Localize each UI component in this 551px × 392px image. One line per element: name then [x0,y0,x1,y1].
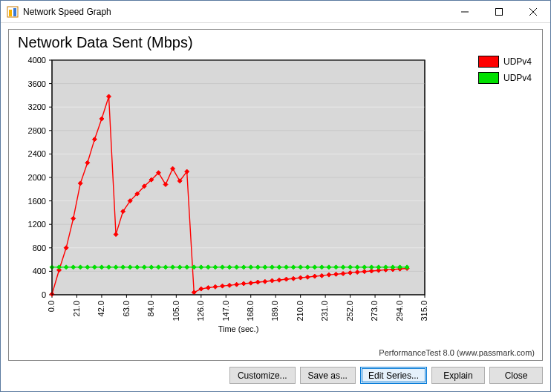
svg-text:147.0: 147.0 [221,301,230,321]
svg-text:2000: 2000 [28,173,46,182]
app-icon [7,6,19,18]
maximize-button[interactable] [482,1,516,23]
legend-swatch [478,56,499,68]
save-as-button[interactable]: Save as... [300,367,356,384]
svg-text:168.0: 168.0 [246,301,255,321]
svg-text:2800: 2800 [28,126,46,135]
chart-frame: Network Data Sent (Mbps) 040080012001600… [8,29,543,361]
svg-rect-3 [13,8,16,16]
svg-text:84.0: 84.0 [146,301,155,316]
chart-svg: 0400800120016002000240028003200360040000… [16,54,529,336]
legend-swatch [478,72,499,84]
svg-text:273.0: 273.0 [370,301,379,321]
chart-body: 0400800120016002000240028003200360040000… [16,54,535,347]
chart-title: Network Data Sent (Mbps) [18,34,535,51]
svg-text:1600: 1600 [28,197,46,206]
svg-rect-2 [9,10,12,16]
customize-button[interactable]: Customize... [229,367,296,384]
svg-text:189.0: 189.0 [271,301,280,321]
svg-text:63.0: 63.0 [122,301,131,316]
legend-label: UDPv4 [503,56,532,67]
legend-label: UDPv4 [503,73,532,83]
svg-rect-5 [496,8,503,15]
close-window-button[interactable] [516,1,550,23]
svg-text:210.0: 210.0 [296,301,304,321]
svg-text:2400: 2400 [28,149,46,158]
footer-credit: PerformanceTest 8.0 (www.passmark.com) [16,347,535,357]
close-button[interactable]: Close [489,367,543,384]
legend-item: UDPv4 [478,56,532,68]
svg-text:3200: 3200 [28,102,46,111]
legend-item: UDPv4 [478,72,532,84]
svg-text:42.0: 42.0 [97,301,105,316]
minimize-button[interactable] [448,1,482,23]
svg-text:105.0: 105.0 [172,301,180,321]
svg-text:Time (sec.): Time (sec.) [218,324,259,333]
svg-text:4000: 4000 [28,56,46,65]
svg-text:21.0: 21.0 [72,301,81,316]
window-title: Network Speed Graph [23,7,111,17]
svg-rect-0 [7,6,19,18]
svg-text:294.0: 294.0 [395,301,404,321]
legend: UDPv4 UDPv4 [478,56,532,88]
svg-text:0: 0 [42,290,46,299]
titlebar: Network Speed Graph [1,1,550,23]
svg-text:126.0: 126.0 [196,301,205,321]
button-row: Customize... Save as... Edit Series... E… [8,361,543,384]
svg-text:3600: 3600 [28,79,46,88]
edit-series-button[interactable]: Edit Series... [360,367,427,384]
svg-text:1200: 1200 [28,220,46,229]
svg-text:231.0: 231.0 [320,301,329,321]
svg-text:800: 800 [33,244,46,252]
svg-text:315.0: 315.0 [420,301,428,321]
explain-button[interactable]: Explain [431,367,485,384]
svg-text:252.0: 252.0 [345,301,354,321]
svg-text:0.0: 0.0 [47,301,56,312]
svg-text:400: 400 [33,267,46,275]
